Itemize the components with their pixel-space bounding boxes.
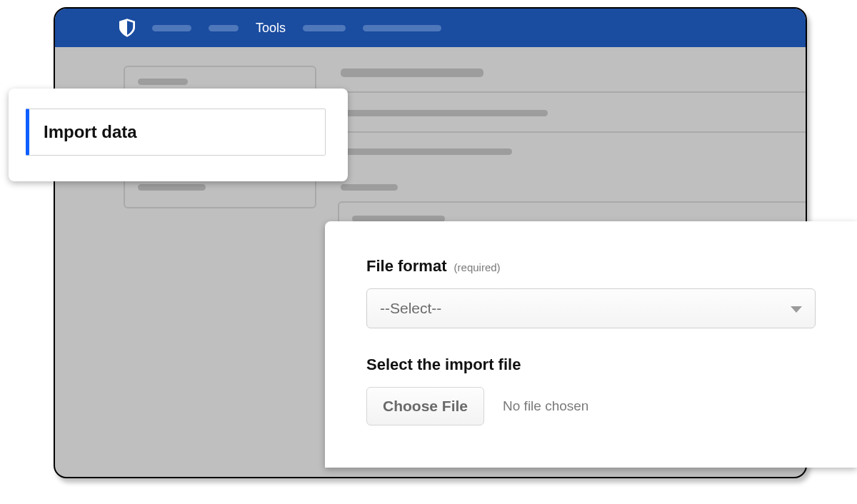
divider <box>341 131 806 133</box>
import-form-card: File format (required) --Select-- Select… <box>325 221 857 468</box>
divider <box>341 91 806 93</box>
content-title-placeholder <box>341 69 483 77</box>
sidebar-item-import-data[interactable]: Import data <box>26 109 326 156</box>
nav-item-tools[interactable]: Tools <box>256 21 286 36</box>
select-placeholder: --Select-- <box>380 300 441 317</box>
sidebar-item-placeholder[interactable] <box>138 184 206 191</box>
file-format-label-text: File format <box>366 257 446 275</box>
shield-logo-icon <box>119 19 135 37</box>
file-format-label: File format (required) <box>366 257 816 276</box>
nav-item-placeholder[interactable] <box>152 25 191 31</box>
content-line-placeholder <box>341 184 398 191</box>
topbar: Tools <box>55 9 806 47</box>
file-format-select[interactable]: --Select-- <box>366 288 816 328</box>
nav-item-placeholder[interactable] <box>209 25 239 31</box>
chevron-down-icon <box>791 300 802 317</box>
required-hint: (required) <box>454 261 501 273</box>
sidebar-item-label: Import data <box>44 122 137 141</box>
file-chosen-status: No file chosen <box>503 398 588 414</box>
sidebar-highlight-card: Import data <box>9 89 348 181</box>
content-line-placeholder <box>341 110 548 116</box>
sidebar-item-placeholder[interactable] <box>138 79 188 85</box>
choose-file-button[interactable]: Choose File <box>366 387 484 425</box>
nav-item-placeholder[interactable] <box>303 25 346 31</box>
import-file-label: Select the import file <box>366 356 816 374</box>
file-input-row: Choose File No file chosen <box>366 387 816 425</box>
content-line-placeholder <box>341 148 512 155</box>
content-header-area <box>341 69 806 77</box>
nav-item-placeholder[interactable] <box>363 25 441 31</box>
